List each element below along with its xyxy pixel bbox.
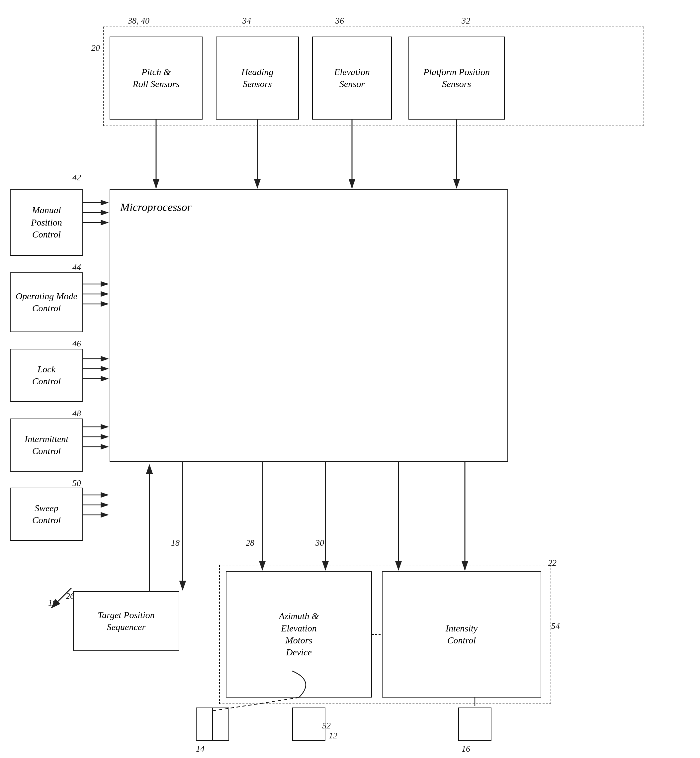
azimuth-label: Azimuth &ElevationMotorsDevice (279, 610, 319, 659)
sweep-control-label: SweepControl (32, 502, 61, 527)
platform-position-box: Platform PositionSensors (408, 36, 505, 120)
manual-position-label: ManualPositionControl (31, 204, 62, 241)
ref-34: 34 (242, 16, 251, 26)
ref-16: 16 (462, 744, 470, 754)
intermittent-label: IntermittentControl (25, 433, 69, 457)
ref-44: 44 (72, 263, 81, 272)
ref-22: 22 (548, 558, 556, 568)
ref-18: 18 (171, 538, 180, 548)
ref-48: 48 (72, 409, 81, 419)
operating-mode-box: Operating ModeControl (10, 272, 83, 332)
ref-38-40: 38, 40 (128, 16, 149, 26)
heading-sensors-label: HeadingSensors (241, 66, 273, 91)
target-seq-label: Target PositionSequencer (98, 609, 155, 633)
ref-12: 12 (329, 731, 338, 741)
elevation-sensor-box: ElevationSensor (312, 36, 392, 120)
box-16 (458, 708, 491, 741)
ref-30: 30 (316, 538, 324, 548)
sweep-control-box: SweepControl (10, 488, 83, 541)
microprocessor-label: Microprocessor (120, 200, 192, 214)
ref-10: 10 (48, 598, 57, 608)
intensity-label: IntensityControl (445, 622, 478, 647)
diagram: 10 20 Pitch &Roll Sensors 38, 40 Heading… (0, 0, 700, 758)
ref-28: 28 (246, 538, 255, 548)
ref-50: 50 (72, 478, 81, 488)
ref-26: 26 (66, 591, 74, 601)
ref-14: 14 (196, 744, 205, 754)
box-14 (196, 708, 229, 741)
azimuth-box: Azimuth &ElevationMotorsDevice (226, 571, 372, 697)
ref-36: 36 (335, 16, 344, 26)
ref-54: 54 (551, 621, 560, 631)
ref-46: 46 (72, 339, 81, 349)
lock-control-box: LockControl (10, 349, 83, 402)
manual-position-box: ManualPositionControl (10, 189, 83, 256)
intensity-box: IntensityControl (382, 571, 541, 697)
pitch-roll-box: Pitch &Roll Sensors (109, 36, 203, 120)
intermittent-box: IntermittentControl (10, 419, 83, 472)
ref-20: 20 (91, 43, 100, 53)
pitch-roll-label: Pitch &Roll Sensors (133, 66, 180, 91)
microprocessor-box: Microprocessor (109, 189, 508, 462)
ref-42: 42 (72, 173, 81, 183)
lock-control-label: LockControl (32, 363, 61, 388)
target-seq-box: Target PositionSequencer (73, 591, 179, 651)
ref-52: 52 (322, 721, 331, 731)
ref-32: 32 (462, 16, 470, 26)
platform-position-label: Platform PositionSensors (423, 66, 490, 91)
operating-mode-label: Operating ModeControl (16, 290, 77, 314)
heading-sensors-box: HeadingSensors (216, 36, 299, 120)
device-small-box (292, 708, 325, 741)
elevation-sensor-label: ElevationSensor (334, 66, 370, 91)
